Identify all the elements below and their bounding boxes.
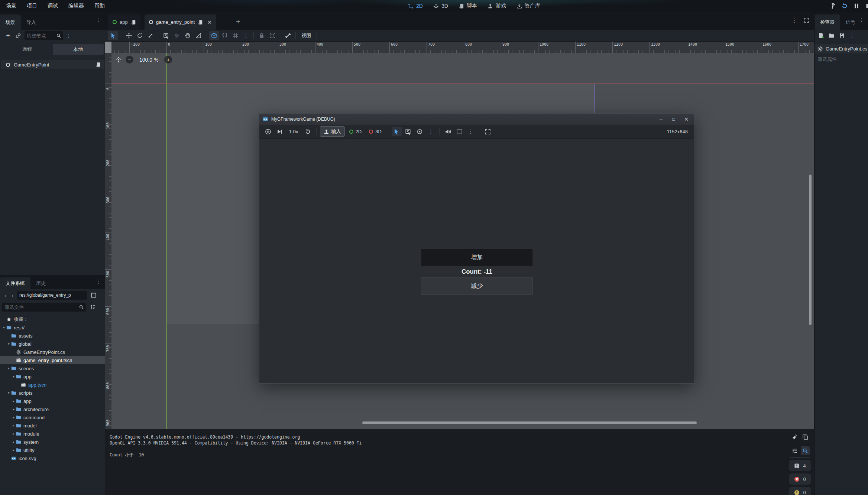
file-row[interactable]: ▾ scripts: [0, 389, 105, 397]
expand-chevron[interactable]: ▸: [11, 399, 16, 403]
resource-menu-icon[interactable]: ⋮: [849, 33, 855, 38]
horizontal-scrollbar[interactable]: [362, 421, 697, 424]
history-forward-icon[interactable]: ›: [9, 292, 16, 299]
list-select-button[interactable]: [403, 127, 413, 136]
increase-button[interactable]: 增加: [421, 249, 533, 266]
embed-game-button[interactable]: [454, 127, 464, 136]
close-tab-icon[interactable]: ✕: [207, 19, 212, 25]
local-button[interactable]: 本地: [53, 44, 104, 55]
save-resource-icon[interactable]: [839, 33, 845, 39]
filter-properties-field[interactable]: [814, 56, 868, 65]
group-node-button[interactable]: [267, 31, 277, 40]
filter-properties-input[interactable]: [814, 56, 868, 62]
expand-chevron[interactable]: ▸: [11, 440, 16, 444]
file-row[interactable]: game_entry_point.tscn: [0, 356, 105, 364]
menu-item[interactable]: 场景: [1, 0, 22, 12]
input-mode-button[interactable]: 输入: [320, 126, 345, 137]
expand-chevron[interactable]: ▾: [6, 391, 11, 395]
game-debug-window[interactable]: MyGFrameworkGame (DEBUG) – □ ✕ 1.0x 输入 2…: [259, 113, 694, 384]
next-frame-button[interactable]: [275, 127, 285, 136]
workspace-tab[interactable]: 游戏: [488, 3, 506, 9]
list-select-button[interactable]: [161, 31, 171, 40]
scene-tree-root-node[interactable]: GameEntryPoint: [1, 60, 104, 69]
menu-item[interactable]: 调试: [42, 0, 63, 12]
expand-chevron[interactable]: ▾: [11, 375, 16, 378]
dock-tab[interactable]: 历史: [30, 277, 51, 289]
skeleton-options-button[interactable]: [283, 31, 293, 40]
file-row[interactable]: ▸ utility: [0, 446, 105, 454]
collapse-duplicates-button[interactable]: [790, 446, 799, 455]
decrease-button[interactable]: 减少: [421, 277, 533, 295]
instance-scene-button[interactable]: [13, 31, 23, 40]
workspace-tab[interactable]: 2D: [408, 3, 423, 9]
filter-nodes-field[interactable]: [25, 31, 63, 40]
camera-override-button[interactable]: [415, 127, 425, 136]
history-back-icon[interactable]: ‹: [1, 292, 9, 299]
expand-chevron[interactable]: ▸: [11, 424, 16, 427]
reset-speed-button[interactable]: [303, 127, 313, 136]
dock-menu-icon[interactable]: ⋮: [96, 17, 101, 22]
load-resource-icon[interactable]: [829, 33, 835, 39]
selection-options-icon[interactable]: ⋮: [426, 129, 436, 134]
file-row[interactable]: assets: [0, 332, 105, 340]
select-node-tool-button[interactable]: [392, 127, 402, 136]
file-row[interactable]: ▸ command: [0, 413, 105, 421]
file-row[interactable]: ▾ scenes: [0, 364, 105, 372]
script-icon[interactable]: [198, 20, 203, 25]
workspace-tab[interactable]: 脚本: [459, 3, 477, 9]
file-row[interactable]: 收藏：: [0, 315, 105, 323]
add-scene-tab-button[interactable]: +: [236, 18, 240, 25]
file-row[interactable]: ▸ app: [0, 397, 105, 405]
build-button[interactable]: [829, 3, 837, 9]
zoom-level[interactable]: 100.0 %: [139, 57, 158, 63]
filter-files-input[interactable]: [2, 305, 79, 310]
dock-tab[interactable]: 场景: [0, 14, 21, 30]
expand-canvas-icon[interactable]: [804, 17, 809, 23]
view-menu-button[interactable]: 视图: [298, 32, 314, 39]
current-path-input[interactable]: [17, 293, 87, 298]
mute-audio-button[interactable]: [443, 127, 453, 136]
menu-item[interactable]: 编辑器: [63, 0, 89, 12]
file-row[interactable]: ▸ module: [0, 430, 105, 438]
dock-menu-icon[interactable]: ⋮: [859, 17, 864, 22]
errors-filter-badge[interactable]: 0: [789, 473, 811, 485]
pivot-tool-button[interactable]: [172, 31, 182, 40]
filter-files-field[interactable]: [2, 303, 86, 312]
expand-chevron[interactable]: ▾: [1, 326, 6, 329]
messages-filter-badge[interactable]: 4: [789, 460, 811, 471]
stop-button[interactable]: [865, 3, 868, 9]
file-row[interactable]: GameEntryPoint.cs: [0, 348, 105, 356]
split-dock-icon[interactable]: [91, 292, 97, 298]
grid-snap-button[interactable]: [220, 31, 230, 40]
sort-files-icon[interactable]: [90, 304, 96, 310]
pan-tool-button[interactable]: [182, 31, 192, 40]
file-row[interactable]: icon.svg: [0, 454, 105, 462]
reload-scene-button[interactable]: [841, 3, 849, 9]
embed-options-icon[interactable]: ⋮: [466, 129, 476, 134]
attached-script-icon[interactable]: [95, 62, 101, 67]
center-view-icon[interactable]: [115, 56, 122, 63]
expand-chevron[interactable]: ▾: [6, 367, 11, 370]
select-tool-button[interactable]: [108, 31, 118, 40]
file-row[interactable]: ▾ res://: [0, 323, 105, 332]
vertical-scrollbar[interactable]: [809, 175, 812, 325]
file-row[interactable]: ▾ global: [0, 340, 105, 348]
file-row[interactable]: ▸ model: [0, 421, 105, 430]
file-row[interactable]: app.tscn: [0, 381, 105, 389]
script-icon[interactable]: [131, 20, 136, 25]
snap-options-button[interactable]: [230, 31, 240, 40]
game-viewport[interactable]: 增加 Count: -11 减少: [259, 139, 694, 383]
zoom-in-button[interactable]: +: [164, 56, 172, 63]
move-tool-button[interactable]: [124, 31, 134, 40]
add-node-button[interactable]: +: [3, 31, 13, 40]
dock-tab[interactable]: 文件系统: [0, 277, 30, 289]
filter-nodes-input[interactable]: [25, 33, 56, 39]
ruler-tool-button[interactable]: [193, 31, 203, 40]
workspace-tab[interactable]: 3D: [433, 3, 448, 9]
scene-tab-game-entry-point[interactable]: game_entry_point ✕: [145, 14, 216, 30]
menu-item[interactable]: 项目: [22, 0, 42, 12]
pause-scene-button[interactable]: [853, 3, 861, 9]
minimize-window-button[interactable]: –: [655, 114, 667, 125]
rotate-tool-button[interactable]: [135, 31, 145, 40]
new-resource-icon[interactable]: [818, 33, 824, 39]
